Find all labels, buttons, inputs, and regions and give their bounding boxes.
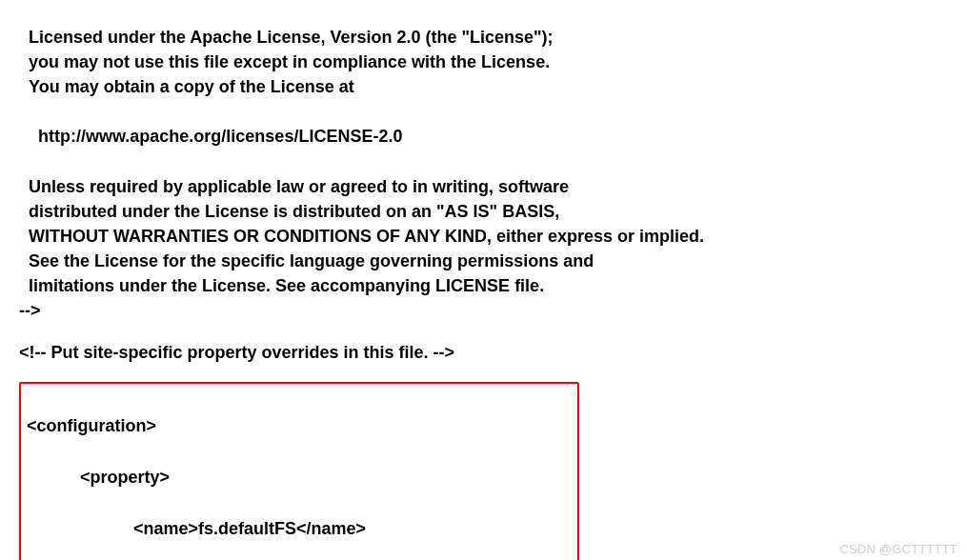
configuration-block: <configuration> <property> <name>fs.defa…: [19, 382, 579, 560]
license-line: Licensed under the Apache License, Versi…: [29, 28, 554, 47]
license-line: limitations under the License. See accom…: [29, 276, 544, 295]
config-open-tag: <configuration>: [27, 413, 572, 439]
license-line: distributed under the License is distrib…: [29, 202, 559, 221]
license-line: You may obtain a copy of the License at: [29, 77, 354, 96]
watermark: CSDN @GCTTTTTT: [839, 542, 957, 556]
license-url: http://www.apache.org/licenses/LICENSE-2…: [29, 127, 402, 146]
license-line: WITHOUT WARRANTIES OR CONDITIONS OF ANY …: [29, 227, 704, 246]
comment-close: -->: [19, 298, 948, 323]
license-line: Unless required by applicable law or agr…: [29, 177, 569, 196]
property-name: <name>fs.defaultFS</name>: [27, 516, 572, 542]
property-open-tag: <property>: [27, 465, 572, 490]
license-line: See the License for the specific languag…: [29, 251, 594, 270]
license-line: you may not use this file except in comp…: [29, 52, 550, 71]
site-specific-comment: <!-- Put site-specific property override…: [19, 340, 948, 365]
license-text: Licensed under the Apache License, Versi…: [19, 0, 948, 298]
